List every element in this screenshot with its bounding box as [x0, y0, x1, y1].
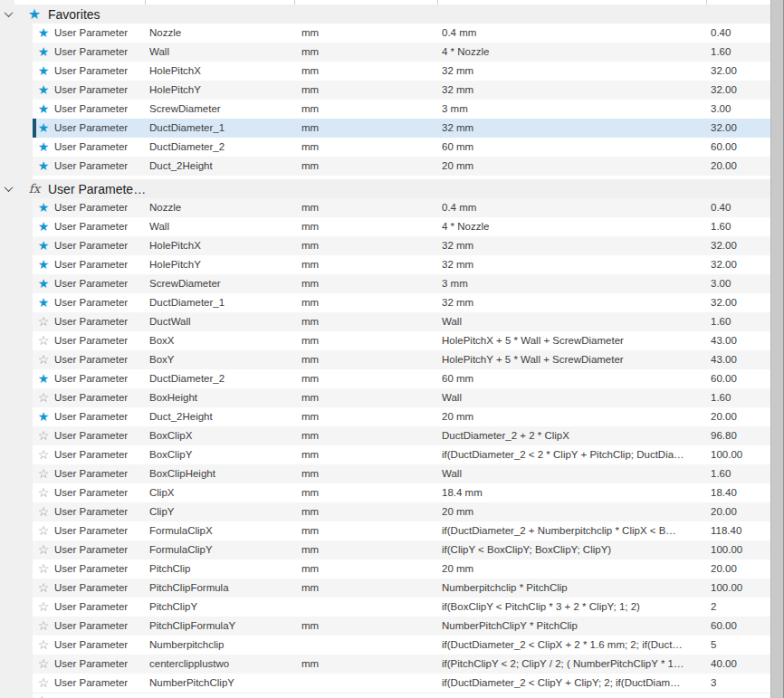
favorite-star-outline-icon[interactable]: ☆	[33, 540, 54, 559]
table-row[interactable]: ☆User ParameterPitchClipFormulaYmmNumber…	[33, 617, 770, 636]
table-row[interactable]: ★User ParameterHolePitchXmm32 mm32.00	[33, 236, 770, 255]
favorite-star-outline-icon[interactable]: ☆	[33, 350, 54, 369]
favorite-star-outline-icon[interactable]: ☆	[33, 483, 54, 502]
parameter-unit: mm	[301, 617, 442, 636]
favorite-star-filled-icon[interactable]: ★	[33, 236, 54, 255]
parameter-expression: Wall	[442, 464, 711, 483]
parameter-name: Nozzle	[149, 198, 301, 217]
favorite-star-filled-icon[interactable]: ★	[33, 138, 54, 157]
table-row[interactable]: ★User ParameterDuct_2Heightmm20 mm20.00	[33, 157, 770, 176]
favorite-star-filled-icon[interactable]: ★	[33, 407, 54, 426]
parameters-table: ★Favorites★User ParameterNozzlemm0.4 mm0…	[0, 5, 770, 693]
favorite-star-filled-icon[interactable]: ★	[33, 119, 54, 138]
table-row[interactable]: ☆User ParameterFormulaClipYmmif(ClipY < …	[33, 540, 770, 559]
parameter-unit: mm	[301, 540, 442, 559]
table-row[interactable]: ★User ParameterNozzlemm0.4 mm0.40	[33, 198, 770, 217]
parameter-expression: 32 mm	[442, 293, 711, 312]
parameter-expression: HolePitchY + 5 * Wall + ScrewDiameter	[442, 350, 711, 369]
table-row[interactable]: ☆User ParameterFormulaClipXmmif(DuctDiam…	[33, 521, 770, 540]
table-row[interactable]: ☆User ParameterBoxHeightmmWall1.60	[33, 388, 770, 407]
chevron-down-icon[interactable]	[3, 11, 14, 17]
table-row[interactable]: ☆User Parametercenterclipplustwommif(Pit…	[33, 655, 770, 674]
vertical-scrollbar[interactable]	[770, 0, 784, 698]
table-row[interactable]: ☆User ParameterDuctWallmmWall1.60	[33, 312, 770, 331]
table-row[interactable]: ☆User ParameterBoxClipYmmif(DuctDiameter…	[33, 445, 770, 464]
table-row[interactable]: ☆User ParameterBoxYmmHolePitchY + 5 * Wa…	[33, 350, 770, 369]
table-row[interactable]: ★User ParameterScrewDiametermm3 mm3.00	[33, 274, 770, 293]
parameter-value: 40.00	[711, 655, 770, 674]
favorite-star-filled-icon[interactable]: ★	[33, 157, 54, 176]
favorite-star-outline-icon[interactable]: ☆	[33, 502, 54, 521]
favorite-star-filled-icon[interactable]: ★	[33, 24, 54, 43]
section-header-favorites[interactable]: ★Favorites	[0, 5, 770, 24]
table-row[interactable]: ☆User ParameterBoxClipXmmDuctDiameter_2 …	[33, 426, 770, 445]
favorite-star-outline-icon[interactable]: ☆	[33, 521, 54, 540]
parameter-value: 60.00	[711, 617, 770, 636]
favorite-star-filled-icon[interactable]: ★	[33, 62, 54, 81]
favorite-star-outline-icon[interactable]: ☆	[33, 559, 54, 578]
favorite-star-outline-icon[interactable]: ☆	[33, 578, 54, 598]
table-row[interactable]: ☆User ParameterNumberPitchClipYif(DuctDi…	[33, 674, 770, 693]
section-header-user-paramete[interactable]: fxUser Paramete…	[0, 179, 770, 198]
favorite-star-filled-icon[interactable]: ★	[33, 43, 54, 62]
favorite-star-filled-icon[interactable]: ★	[33, 81, 54, 100]
favorite-star-outline-icon[interactable]: ☆	[33, 445, 54, 464]
favorite-star-filled-icon[interactable]: ★	[33, 293, 54, 312]
favorite-star-outline-icon[interactable]: ☆	[33, 598, 54, 617]
table-row[interactable]: ★User ParameterDuctDiameter_2mm60 mm60.0…	[33, 369, 770, 388]
parameter-value: 20.00	[711, 407, 770, 426]
favorite-star-outline-icon[interactable]: ☆	[33, 388, 54, 407]
favorite-star-outline-icon[interactable]: ☆	[33, 674, 54, 693]
favorite-star-filled-icon[interactable]: ★	[33, 369, 54, 388]
parameter-unit: mm	[301, 483, 442, 502]
table-row[interactable]: ☆User ParameterClipXmm18.4 mm18.40	[33, 483, 770, 502]
table-row[interactable]: ☆User ParameterBoxClipHeightmmWall1.60	[33, 464, 770, 483]
table-row[interactable]: ★User ParameterScrewDiametermm3 mm3.00	[33, 100, 770, 119]
favorite-star-outline-icon[interactable]: ☆	[33, 655, 54, 674]
parameter-unit: mm	[301, 43, 442, 62]
parameter-unit: mm	[301, 559, 442, 578]
favorite-star-filled-icon[interactable]: ★	[33, 274, 54, 293]
table-row[interactable]: ★User ParameterWallmm4 * Nozzle1.60	[33, 43, 770, 62]
favorite-star-outline-icon[interactable]: ☆	[33, 331, 54, 350]
favorite-star-filled-icon[interactable]: ★	[33, 198, 54, 217]
table-row[interactable]: ★User ParameterWallmm4 * Nozzle1.60	[33, 217, 770, 236]
parameter-value: 20.00	[711, 559, 770, 578]
table-row[interactable]: ★User ParameterHolePitchYmm32 mm32.00	[33, 255, 770, 274]
parameter-name: BoxClipX	[149, 426, 301, 445]
parameter-expression: 4 * Nozzle	[442, 217, 711, 236]
table-row[interactable]: ☆User ParameterPitchClipFormulammNumberp…	[33, 578, 770, 598]
parameter-expression: 20 mm	[442, 502, 711, 521]
parameter-type: User Parameter	[54, 293, 149, 312]
table-row[interactable]: ☆User ParameterClipYmm20 mm20.00	[33, 502, 770, 521]
table-row[interactable]: ☆User ParameterPitchClipmm20 mm20.00	[33, 559, 770, 578]
parameter-unit: mm	[301, 578, 442, 598]
favorite-star-filled-icon[interactable]: ★	[33, 255, 54, 274]
parameter-type: User Parameter	[54, 119, 149, 138]
table-row[interactable]: ★User ParameterHolePitchYmm32 mm32.00	[33, 81, 770, 100]
parameter-expression: 32 mm	[442, 81, 711, 100]
table-row[interactable]: ☆User ParameterPitchClipYif(BoxClipY < P…	[33, 598, 770, 617]
favorite-star-filled-icon[interactable]: ★	[33, 217, 54, 236]
table-row[interactable]: ★User ParameterHolePitchXmm32 mm32.00	[33, 62, 770, 81]
chevron-down-icon[interactable]	[3, 186, 14, 192]
table-row[interactable]: ★User ParameterDuctDiameter_1mm32 mm32.0…	[33, 119, 770, 138]
table-row[interactable]: ★User ParameterDuctDiameter_1mm32 mm32.0…	[33, 293, 770, 312]
parameter-type: User Parameter	[54, 559, 149, 578]
favorite-star-outline-icon[interactable]: ☆	[33, 312, 54, 331]
favorite-star-outline-icon[interactable]: ☆	[33, 426, 54, 445]
table-row[interactable]: ☆User ParameterNumberpitchclipif(DuctDia…	[33, 636, 770, 655]
parameter-expression: 4 * Nozzle	[442, 43, 711, 62]
table-row[interactable]: ☆User ParameterBoxXmmHolePitchX + 5 * Wa…	[33, 331, 770, 350]
table-row[interactable]: ★User ParameterDuct_2Heightmm20 mm20.00	[33, 407, 770, 426]
parameter-unit: mm	[301, 312, 442, 331]
favorite-star-outline-icon[interactable]: ☆	[33, 636, 54, 655]
parameter-name: PitchClipFormulaY	[149, 617, 301, 636]
table-row[interactable]: ★User ParameterDuctDiameter_2mm60 mm60.0…	[33, 138, 770, 157]
parameter-unit: mm	[301, 198, 442, 217]
parameter-expression: if(BoxClipY < PitchClip * 3 + 2 * ClipY;…	[442, 598, 711, 617]
favorite-star-filled-icon[interactable]: ★	[33, 100, 54, 119]
favorite-star-outline-icon[interactable]: ☆	[33, 464, 54, 483]
table-row[interactable]: ★User ParameterNozzlemm0.4 mm0.40	[33, 24, 770, 43]
favorite-star-outline-icon[interactable]: ☆	[33, 617, 54, 636]
